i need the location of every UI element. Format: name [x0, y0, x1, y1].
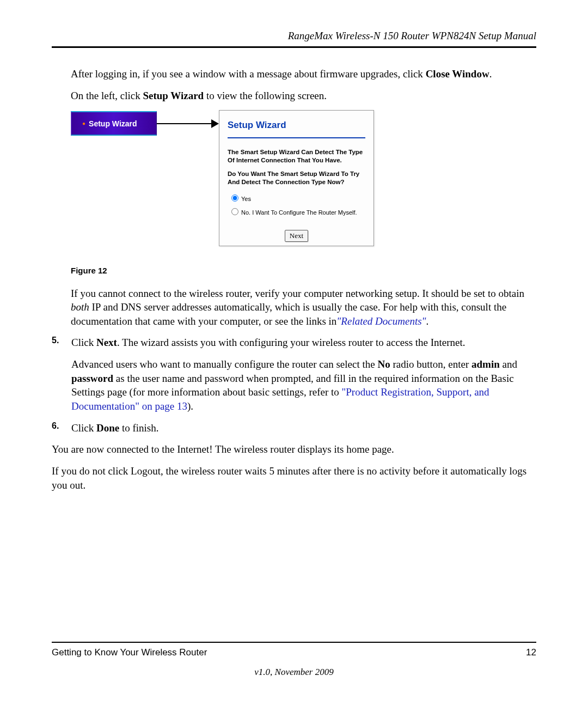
wizard-desc-2: Do You Want The Smart Setup Wizard To Tr… [228, 170, 365, 186]
text: ). [187, 400, 193, 412]
paragraph-firmware: After logging in, if you see a window wi… [71, 67, 536, 81]
radio-yes-row[interactable]: Yes [219, 192, 373, 203]
text: radio button, enter [390, 358, 471, 370]
bold-text: admin [471, 358, 500, 370]
text: . [426, 315, 429, 327]
text: Click [71, 337, 96, 348]
arrow-head-icon [211, 119, 219, 128]
menu-label: Setup Wizard [89, 119, 137, 128]
footer-version: v1.0, November 2009 [52, 667, 536, 678]
step-5-text: Click Next. The wizard assists you with … [71, 336, 536, 350]
footer-rule [52, 642, 536, 643]
text: to view the following screen. [204, 90, 327, 101]
step-5-advanced: Advanced users who want to manually conf… [71, 357, 536, 413]
paragraph-cannot-connect: If you cannot connect to the wireless ro… [71, 287, 536, 328]
text: If you cannot connect to the wireless ro… [71, 288, 524, 299]
radio-no[interactable] [231, 208, 238, 215]
arrow-line [157, 123, 213, 124]
setup-wizard-panel: Setup Wizard The Smart Setup Wizard Can … [219, 110, 374, 246]
bold-text: Setup Wizard [143, 90, 204, 101]
radio-yes-label: Yes [241, 196, 251, 202]
radio-no-row[interactable]: No. I Want To Configure The Router Mysel… [219, 203, 373, 217]
footer-section: Getting to Know Your Wireless Router [52, 647, 207, 658]
radio-yes[interactable] [231, 194, 238, 202]
text: IP and DNS server addresses automaticall… [71, 301, 506, 327]
wizard-divider [228, 137, 365, 138]
next-button[interactable]: Next [285, 230, 308, 242]
bullet-icon: ● [82, 120, 85, 126]
wizard-panel-title: Setup Wizard [219, 111, 373, 137]
text: After logging in, if you see a window wi… [71, 68, 426, 80]
link-related-documents[interactable]: "Related Documents" [336, 315, 426, 327]
bold-text: Close Window [426, 68, 489, 80]
text: and [500, 358, 517, 370]
text: Click [71, 422, 96, 434]
paragraph-logout: If you do not click Logout, the wireless… [52, 464, 536, 492]
radio-no-label: No. I Want To Configure The Router Mysel… [241, 209, 357, 216]
footer-page-number: 12 [526, 647, 536, 658]
bold-text: password [71, 373, 113, 384]
header-title: RangeMax Wireless-N 150 Router WPN824N S… [52, 30, 536, 46]
text: Advanced users who want to manually conf… [71, 358, 377, 370]
paragraph-setup-wizard: On the left, click Setup Wizard to view … [71, 89, 536, 103]
italic-text: both [71, 301, 89, 313]
text: . The wizard assists you with configurin… [117, 337, 465, 348]
bold-text: Next [96, 337, 117, 348]
figure-12: ●Setup Wizard Setup Wizard The Smart Set… [71, 110, 536, 249]
page-footer: Getting to Know Your Wireless Router 12 … [52, 642, 536, 678]
step-number-5: 5. [52, 336, 71, 413]
text: to finish. [119, 422, 158, 434]
header-rule [52, 46, 536, 48]
bold-text: Done [96, 422, 119, 434]
text: On the left, click [71, 90, 143, 101]
text: . [489, 68, 492, 80]
step-6-text: Click Done to finish. [71, 421, 536, 435]
bold-text: No [377, 358, 390, 370]
step-number-6: 6. [52, 421, 71, 435]
paragraph-connected: You are now connected to the Internet! T… [52, 442, 536, 457]
figure-caption: Figure 12 [71, 265, 536, 276]
wizard-desc-1: The Smart Setup Wizard Can Detect The Ty… [228, 148, 365, 165]
setup-wizard-menu-item[interactable]: ●Setup Wizard [71, 111, 157, 136]
